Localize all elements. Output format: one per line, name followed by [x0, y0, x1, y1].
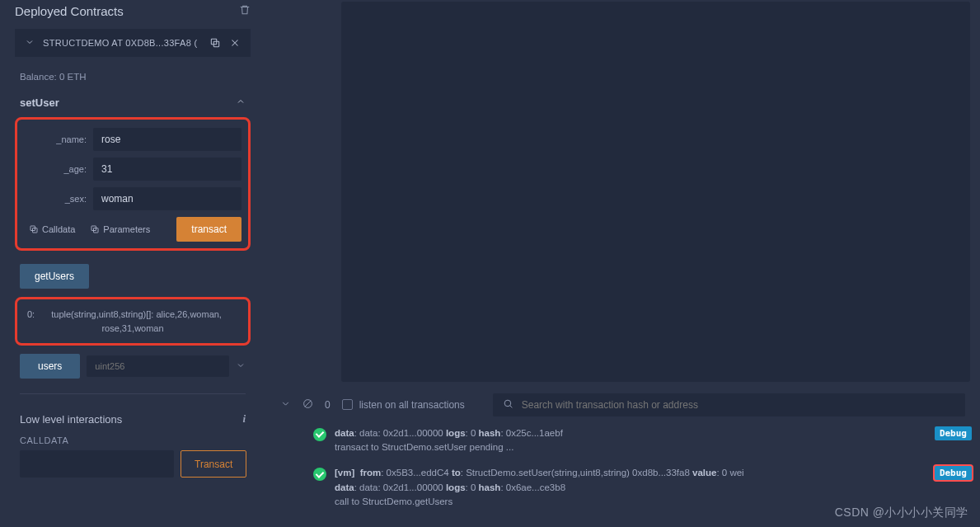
setuser-form: _name: _age: _sex: Calldata Parameters t…	[15, 117, 251, 251]
field-row: _sex:	[24, 187, 241, 210]
ban-icon[interactable]	[302, 398, 313, 412]
getusers-button[interactable]: getUsers	[20, 264, 89, 289]
users-button[interactable]: users	[20, 354, 80, 379]
setuser-header[interactable]: setUser	[0, 90, 265, 112]
main-area: 0 listen on all transactions data: data:…	[265, 0, 980, 527]
divider	[20, 393, 246, 394]
parameters-button[interactable]: Parameters	[85, 221, 155, 238]
console-toolbar: 0 listen on all transactions	[265, 383, 980, 426]
lowlevel-transact-button[interactable]: Transact	[181, 450, 246, 478]
chevron-down-icon[interactable]	[280, 398, 291, 412]
log-text: [vm] from: 0x5B3...eddC4 to: StructDemo.…	[335, 466, 965, 509]
result-text: tuple(string,uint8,string)[]: alice,26,w…	[51, 309, 222, 333]
balance-label: Balance: 0 ETH	[0, 64, 265, 90]
panel-title: Deployed Contracts	[15, 4, 124, 18]
pending-count: 0	[325, 399, 331, 411]
log-text: data: data: 0x2d1...00000 logs: 0 hash: …	[335, 426, 965, 455]
success-icon	[313, 468, 326, 481]
panel-header: Deployed Contracts	[0, 0, 265, 22]
copy-icon[interactable]	[209, 37, 221, 49]
checkbox-icon	[342, 399, 353, 410]
sex-label: _sex:	[24, 194, 93, 204]
calldata-label: CALLDATA	[0, 429, 265, 450]
log-entry: data: data: 0x2d1...00000 logs: 0 hash: …	[313, 426, 965, 455]
name-input[interactable]	[93, 128, 241, 151]
close-icon[interactable]	[229, 37, 241, 49]
search-input[interactable]	[522, 399, 955, 411]
calldata-row: Transact	[20, 450, 246, 478]
contract-label: STRUCTDEMO AT 0XD8B...33FA8 (	[43, 38, 201, 48]
deployed-contracts-panel: Deployed Contracts STRUCTDEMO AT 0XD8B..…	[0, 0, 265, 527]
watermark: CSDN @小小小小关同学	[835, 506, 968, 520]
users-input[interactable]	[87, 355, 229, 377]
info-icon[interactable]: i	[242, 412, 246, 426]
chevron-down-icon	[25, 37, 35, 49]
sex-input[interactable]	[93, 187, 241, 210]
chevron-down-icon[interactable]	[236, 360, 246, 373]
search-icon	[503, 398, 513, 412]
setuser-title: setUser	[20, 96, 59, 109]
listen-label: listen on all transactions	[359, 399, 465, 411]
field-row: _age:	[24, 158, 241, 181]
chevron-up-icon	[236, 96, 246, 109]
success-icon	[313, 428, 326, 441]
log-entry: [vm] from: 0x5B3...eddC4 to: StructDemo.…	[313, 466, 965, 509]
name-label: _name:	[24, 134, 93, 144]
result-index: 0:	[27, 308, 35, 322]
debug-button[interactable]: Debug	[935, 466, 972, 480]
debug-button[interactable]: Debug	[935, 426, 972, 440]
editor-area	[265, 0, 980, 383]
users-row: users	[20, 354, 246, 379]
field-row: _name:	[24, 128, 241, 151]
trash-icon[interactable]	[239, 4, 251, 18]
age-label: _age:	[24, 164, 93, 174]
low-level-title: Low level interactions	[20, 413, 122, 426]
editor-body[interactable]	[341, 2, 970, 382]
contract-instance-bar[interactable]: STRUCTDEMO AT 0XD8B...33FA8 (	[15, 29, 251, 57]
getusers-result: 0: tuple(string,uint8,string)[]: alice,2…	[15, 297, 251, 346]
transact-button[interactable]: transact	[176, 217, 241, 242]
editor-gutter	[265, 0, 331, 383]
calldata-input[interactable]	[20, 450, 174, 478]
action-row: Calldata Parameters transact	[24, 217, 241, 242]
age-input[interactable]	[93, 158, 241, 181]
svg-point-7	[504, 400, 511, 407]
calldata-button[interactable]: Calldata	[24, 221, 80, 238]
search-wrap	[493, 393, 965, 416]
low-level-header: Low level interactions i	[0, 409, 265, 429]
listen-toggle[interactable]: listen on all transactions	[342, 399, 465, 411]
